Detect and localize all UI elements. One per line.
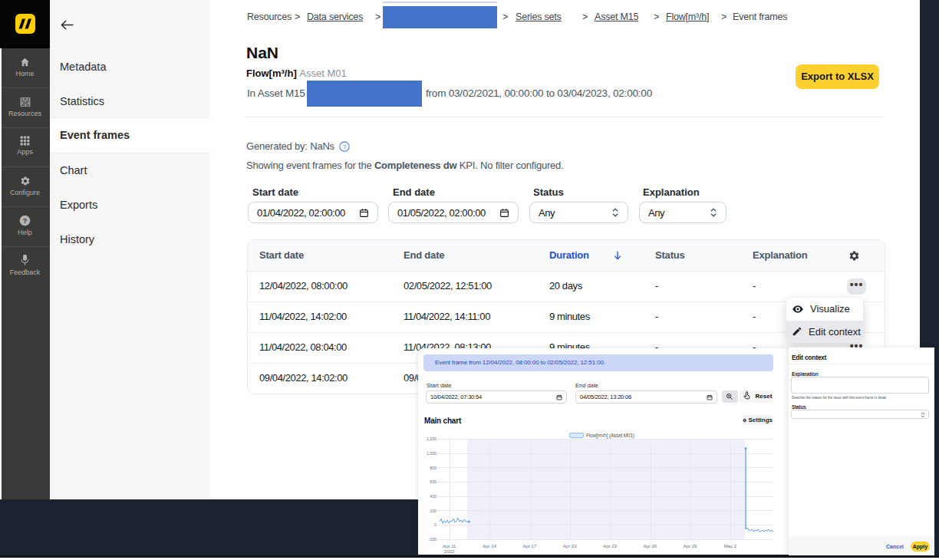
svg-text:Apr 17: Apr 17	[523, 544, 537, 548]
svg-text:1,200: 1,200	[427, 436, 437, 441]
svg-text:Apr 20: Apr 20	[563, 544, 577, 548]
svg-text:Apr 23: Apr 23	[603, 544, 617, 548]
svg-text:800: 800	[430, 466, 437, 470]
svg-text:-200: -200	[429, 537, 437, 542]
svg-text:?: ?	[343, 143, 347, 150]
svg-text:400: 400	[430, 494, 437, 499]
svg-text:Apr 29: Apr 29	[684, 544, 697, 548]
svg-text:600: 600	[430, 479, 437, 484]
svg-text:?: ?	[23, 217, 27, 225]
svg-text:Apr 26: Apr 26	[643, 544, 657, 548]
svg-text:2022: 2022	[444, 549, 455, 554]
svg-text:May 2: May 2	[724, 544, 737, 548]
svg-text:1,000: 1,000	[427, 451, 437, 456]
svg-text:Apr 14: Apr 14	[483, 544, 496, 548]
svg-text:Apr 11: Apr 11	[443, 544, 456, 548]
svg-text:0: 0	[434, 522, 437, 527]
svg-text:200: 200	[430, 509, 437, 513]
